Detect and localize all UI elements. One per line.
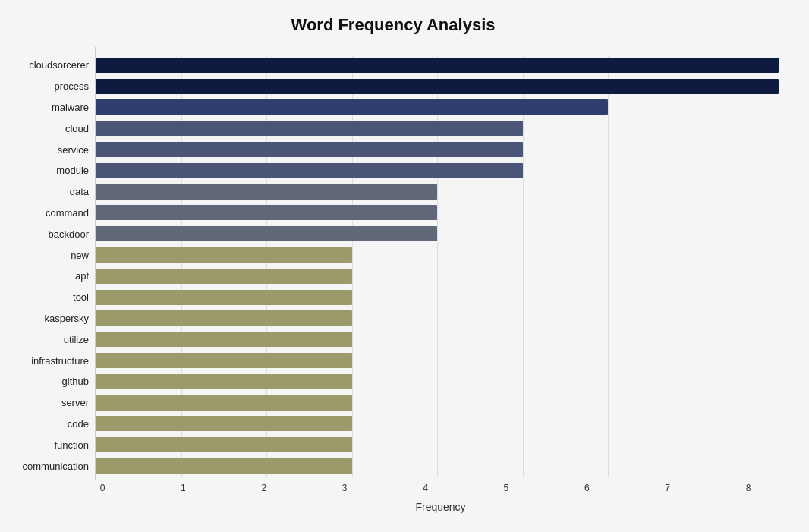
bar (96, 353, 352, 368)
x-tick-label: 2 (261, 483, 266, 493)
bar-row (96, 225, 779, 242)
bar (96, 458, 352, 474)
bar-row (96, 310, 779, 326)
bar-row (96, 162, 779, 179)
x-tick-label: 6 (584, 483, 590, 493)
bar (96, 269, 352, 284)
bar (96, 205, 437, 220)
bars-and-grid (95, 47, 779, 480)
bar-row (96, 458, 779, 474)
y-label: infrastructure (31, 351, 89, 370)
y-label: utilize (64, 330, 89, 348)
chart-title: Word Frequency Analysis (8, 15, 779, 35)
bar (96, 374, 352, 389)
x-axis-ticks: 012345678 (102, 483, 748, 498)
x-tick-label: 7 (665, 483, 670, 493)
bar-row (96, 247, 779, 263)
bar (96, 332, 352, 347)
chart-container: Word Frequency Analysis cloudsorcererpro… (0, 0, 809, 532)
x-tick-label: 8 (746, 483, 751, 493)
bar-row (96, 352, 779, 369)
chart-area: cloudsorcererprocessmalwarecloudservicem… (8, 47, 779, 480)
bar-row (96, 99, 779, 115)
bar-row (96, 331, 779, 348)
y-label: tool (73, 288, 89, 307)
bar (96, 226, 437, 241)
bar (96, 121, 523, 136)
y-label: github (62, 373, 89, 391)
bar (96, 184, 437, 200)
bar-row (96, 141, 779, 158)
y-label: malware (52, 98, 89, 116)
x-tick-label: 0 (100, 483, 105, 493)
bar-row (96, 395, 779, 411)
bar (96, 395, 352, 411)
x-tick-label: 4 (423, 483, 428, 493)
x-axis-label: Frequency (102, 501, 779, 513)
bar (96, 290, 352, 305)
bar-row (96, 120, 779, 137)
y-label: apt (75, 267, 89, 285)
bar-row (96, 78, 779, 95)
y-label: server (61, 394, 89, 412)
bar-row (96, 415, 779, 432)
x-axis-container: 012345678 (102, 483, 748, 498)
bar (96, 310, 352, 326)
y-label: new (71, 246, 89, 264)
y-label: cloudsorcerer (29, 56, 89, 74)
bar (96, 79, 779, 94)
y-label: process (54, 77, 89, 96)
y-label: module (56, 162, 89, 180)
x-tick-label: 1 (181, 483, 186, 493)
bar-row (96, 268, 779, 285)
bar-row (96, 184, 779, 200)
bar-row (96, 204, 779, 221)
y-label: data (70, 183, 89, 201)
y-label: function (54, 436, 89, 454)
bar (96, 99, 608, 115)
y-label: communication (23, 457, 89, 475)
y-label: code (68, 414, 89, 433)
bar-row (96, 289, 779, 306)
y-label: backdoor (49, 225, 89, 243)
bar-row (96, 436, 779, 453)
y-label: command (46, 203, 89, 222)
bar-row (96, 373, 779, 390)
bar (96, 416, 352, 431)
x-tick-label: 3 (342, 483, 348, 493)
bar (96, 142, 523, 157)
grid-line (779, 55, 779, 477)
y-label: service (58, 140, 89, 159)
y-label: cloud (65, 119, 89, 137)
bar (96, 437, 352, 452)
x-tick-label: 5 (504, 483, 509, 493)
y-label: kaspersky (44, 309, 89, 327)
y-axis-labels: cloudsorcererprocessmalwarecloudservicem… (8, 47, 95, 480)
bar (96, 247, 352, 263)
bars-wrapper (96, 55, 779, 477)
bar-row (96, 57, 779, 74)
bar (96, 163, 523, 178)
bar (96, 58, 779, 73)
